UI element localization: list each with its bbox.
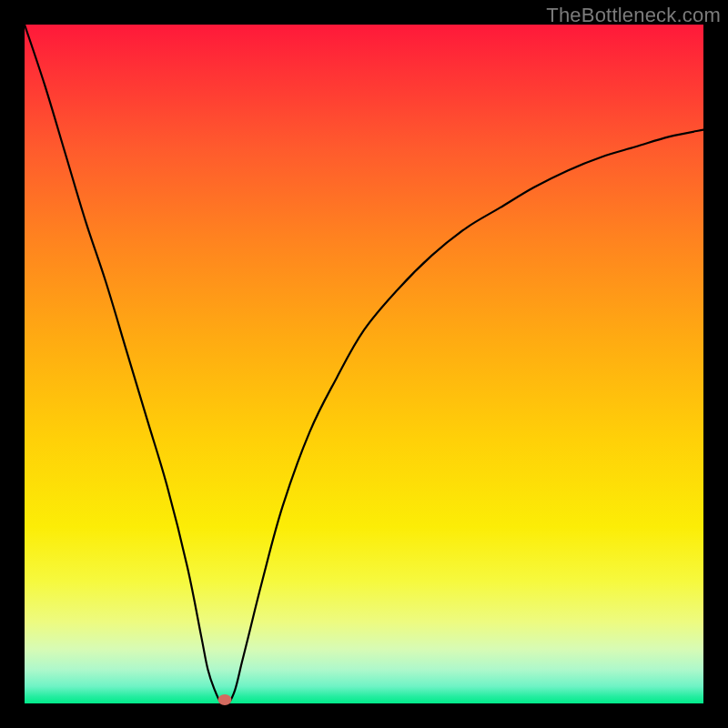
watermark-text: TheBottleneck.com	[546, 4, 721, 27]
bottleneck-curve	[25, 25, 703, 703]
plot-area	[25, 25, 703, 703]
chart-frame: TheBottleneck.com	[0, 0, 728, 728]
optimal-point-marker	[218, 694, 232, 705]
